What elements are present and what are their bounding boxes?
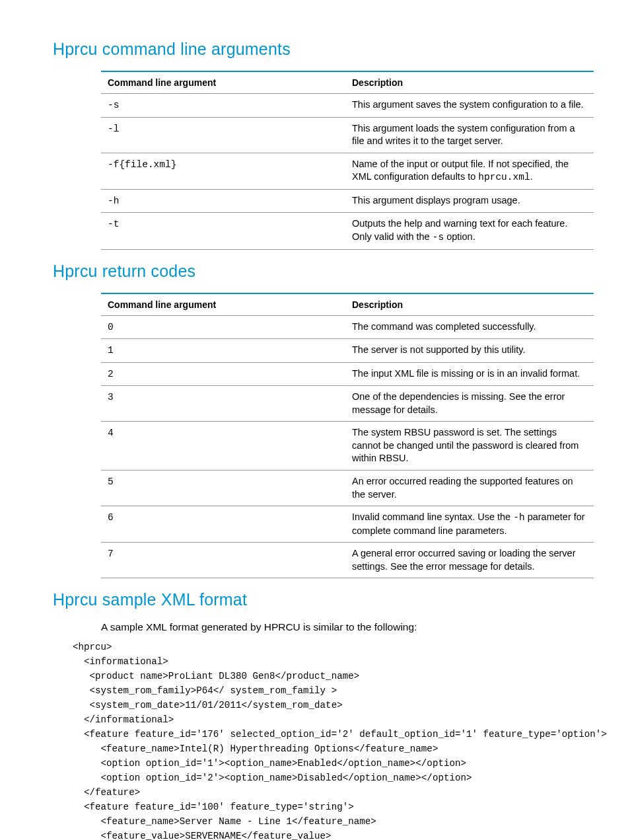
table-row: 4 The system RBSU password is set. The s… <box>101 422 594 471</box>
arg-cell: 5 <box>108 477 114 487</box>
arg-cell: 2 <box>108 369 114 379</box>
table-codes: Command line argument Description 0 The … <box>101 293 594 579</box>
heading-xml: Hprcu sample XML format <box>53 590 594 609</box>
table-row: -f{file.xml} Name of the input or output… <box>101 153 594 189</box>
desc-cell: This argument saves the system configura… <box>345 94 594 118</box>
arg-cell: -h <box>108 196 119 206</box>
th-desc: Description <box>345 293 594 316</box>
arg-cell: 6 <box>108 512 114 523</box>
heading-args: Hprcu command line arguments <box>53 40 594 59</box>
desc-cell: The server is not supported by this util… <box>345 339 594 363</box>
xml-code-block: <hprcu> <informational> <product name>Pr… <box>73 640 594 840</box>
desc-cell: The command was completed successfully. <box>345 315 594 339</box>
th-desc: Description <box>345 71 594 94</box>
table-row: -h This argument displays program usage. <box>101 189 594 213</box>
table-args: Command line argument Description -s Thi… <box>101 71 594 250</box>
table-row: -l This argument loads the system config… <box>101 117 594 153</box>
desc-cell: An error occurred reading the supported … <box>345 471 594 506</box>
arg-cell: -t <box>108 219 119 229</box>
tbody-codes: 0 The command was completed successfully… <box>101 315 594 578</box>
desc-cell: The input XML file is missing or is in a… <box>345 362 594 386</box>
desc-cell: The system RBSU password is set. The set… <box>345 422 594 471</box>
arg-cell: -s <box>108 100 119 110</box>
arg-cell: 1 <box>108 345 114 356</box>
table-row: 3 One of the dependencies is missing. Se… <box>101 386 594 422</box>
th-arg: Command line argument <box>101 293 345 316</box>
heading-codes: Hprcu return codes <box>53 262 594 281</box>
desc-cell: This argument loads the system configura… <box>345 117 594 153</box>
table-row: 5 An error occurred reading the supporte… <box>101 471 594 506</box>
arg-cell: -f{file.xml} <box>108 159 176 170</box>
arg-cell: -l <box>108 124 119 134</box>
table-row: 6 Invalid command line syntax. Use the -… <box>101 506 594 543</box>
desc-cell: Name of the input or output file. If not… <box>345 153 594 189</box>
arg-cell: 3 <box>108 392 114 402</box>
tbody-args: -s This argument saves the system config… <box>101 94 594 250</box>
desc-cell: This argument displays program usage. <box>345 189 594 213</box>
desc-cell: A general error occurred saving or loadi… <box>345 543 594 578</box>
desc-cell: One of the dependencies is missing. See … <box>345 386 594 422</box>
arg-cell: 0 <box>108 322 114 332</box>
table-row: 0 The command was completed successfully… <box>101 315 594 339</box>
table-row: -s This argument saves the system config… <box>101 94 594 118</box>
xml-intro: A sample XML format generated by HPRCU i… <box>101 621 594 633</box>
desc-cell: Outputs the help and warning text for ea… <box>345 213 594 249</box>
th-arg: Command line argument <box>101 71 345 94</box>
desc-cell: Invalid command line syntax. Use the -h … <box>345 506 594 543</box>
arg-cell: 7 <box>108 549 114 559</box>
table-row: 2 The input XML file is missing or is in… <box>101 362 594 386</box>
arg-cell: 4 <box>108 428 114 438</box>
table-row: 7 A general error occurred saving or loa… <box>101 543 594 578</box>
table-row: 1 The server is not supported by this ut… <box>101 339 594 363</box>
table-row: -t Outputs the help and warning text for… <box>101 213 594 249</box>
